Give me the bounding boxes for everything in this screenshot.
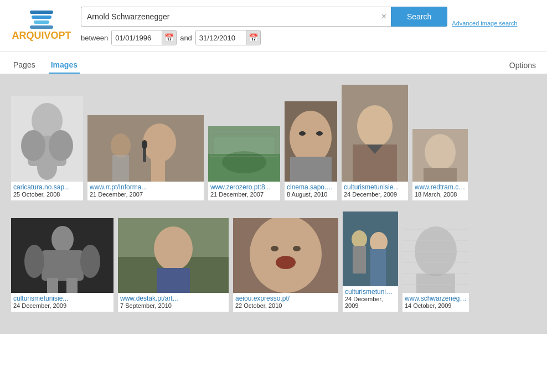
svg-rect-9 [151,159,165,182]
search-input[interactable] [81,7,391,27]
image-card[interactable]: www.zerozero.pt:8... 21 December, 2007 [208,126,280,200]
image-card[interactable]: culturismetunisie... 24 December, 2009 [343,212,398,312]
date-to-input[interactable] [196,30,246,45]
image-meta: aeiou.expresso.pt/ 22 October, 2010 [233,293,338,312]
nav-tabs: Pages Images Options [0,51,547,74]
image-date: 7 September, 2010 [120,302,226,309]
svg-point-43 [250,218,322,293]
image-date: 24 December, 2009 [13,302,111,309]
date-from-input[interactable] [112,30,162,45]
image-url: aeiou.expresso.pt/ [235,295,336,302]
date-row: between 📅 and 📅 [81,30,536,45]
tab-images[interactable]: Images [49,57,80,74]
between-label: between [81,34,108,42]
svg-rect-33 [42,250,84,281]
date-from-calendar-button[interactable]: 📅 [162,30,176,45]
and-label: and [180,34,192,42]
image-date: 21 December, 2007 [210,191,278,198]
image-date: 25 October, 2008 [13,191,81,198]
image-meta: culturismetunisie... 24 December, 2009 [343,286,398,312]
svg-rect-36 [47,278,58,293]
svg-rect-18 [214,137,275,154]
svg-rect-30 [424,168,457,182]
image-url: www.redtram.com/c... [415,183,466,191]
date-to-wrapper: 📅 [195,30,261,45]
image-url: culturismetunisie... [344,183,406,191]
svg-point-22 [299,131,306,136]
image-card[interactable]: cinema.sapo.pt/ma... 8 August, 2010 [285,101,337,200]
date-to-calendar-button[interactable]: 📅 [246,30,260,45]
image-url: www.zerozero.pt:8... [210,183,278,191]
advanced-image-search-link[interactable]: Advanced image search [452,20,517,27]
image-meta: culturismetunisie... 24 December, 2009 [342,182,408,200]
svg-point-48 [352,230,367,248]
image-card[interactable]: caricatura.no.sap... 25 October, 2008 [11,96,83,200]
image-meta: caricatura.no.sap... 25 October, 2008 [11,182,83,200]
image-card[interactable]: www.destak.pt/art... 7 September, 2010 [118,218,229,312]
svg-rect-51 [370,249,386,286]
svg-point-4 [49,130,73,161]
image-date: 8 August, 2010 [287,191,335,198]
image-meta: cinema.sapo.pt/ma... 8 August, 2010 [285,182,337,200]
image-meta: www.zerozero.pt:8... 21 December, 2007 [208,182,280,200]
image-url: caricatura.no.sap... [13,183,81,191]
image-date: 24 December, 2009 [345,296,396,309]
image-card[interactable]: www.redtram.com/c... 18 March, 2008 [412,129,468,200]
svg-point-12 [111,133,131,158]
clear-button[interactable]: × [381,12,386,21]
svg-point-5 [37,156,57,180]
svg-rect-37 [66,278,78,293]
image-card[interactable]: aeiou.expresso.pt/ 22 October, 2010 [233,218,338,312]
svg-point-11 [142,140,147,149]
svg-point-34 [24,245,44,278]
image-row-1: caricatura.no.sap... 25 October, 2008 [11,85,536,200]
date-from-wrapper: 📅 [111,30,177,45]
image-date: 21 December, 2007 [90,191,202,198]
svg-point-45 [293,246,301,251]
options-link[interactable]: Options [509,61,536,70]
image-url: www.rr.pt/Informa... [90,183,202,191]
tab-pages[interactable]: Pages [11,57,38,74]
image-card[interactable]: www.schwarzenegge... 14 October, 2009 [402,218,469,312]
search-input-wrapper: × [81,7,391,27]
svg-rect-13 [112,155,129,182]
image-meta: www.redtram.com/c... 18 March, 2008 [412,182,468,200]
svg-point-50 [370,232,388,252]
image-date: 18 March, 2008 [415,191,466,198]
image-date: 24 December, 2009 [344,191,406,198]
search-area: × Search Advanced image search between 📅… [81,7,536,45]
svg-point-20 [290,111,332,164]
image-card[interactable]: culturismetunisie... 24 December, 2009 [11,218,113,312]
svg-rect-21 [290,157,332,182]
image-row-2: culturismetunisie... 24 December, 2009 w… [11,212,536,312]
image-url: www.schwarzenegge... [405,295,467,302]
image-meta: culturismetunisie... 24 December, 2009 [11,293,113,312]
image-meta: www.destak.pt/art... 7 September, 2010 [118,293,229,312]
results-area: caricatura.no.sap... 25 October, 2008 [0,74,547,334]
svg-point-46 [276,256,296,269]
search-button[interactable]: Search [391,7,447,27]
search-row: × Search Advanced image search [81,7,536,27]
svg-point-44 [271,246,278,251]
header: ARQUIVOPT × Search Advanced image search… [0,0,547,51]
image-card[interactable]: www.rr.pt/Informa... 21 December, 2007 [87,115,204,200]
svg-point-8 [143,123,176,162]
svg-point-23 [316,131,323,136]
logo-area[interactable]: ARQUIVOPT [11,11,72,42]
image-date: 22 October, 2010 [235,302,336,309]
svg-point-40 [154,226,193,271]
svg-point-32 [51,226,74,252]
header-top: ARQUIVOPT × Search Advanced image search… [11,7,536,45]
image-meta: www.schwarzenegge... 14 October, 2009 [402,293,469,312]
logo-text: ARQUIVOPT [12,30,71,42]
svg-rect-41 [157,268,190,293]
logo-icon [30,11,53,29]
image-card[interactable]: culturismetunisie... 24 December, 2009 [342,85,408,200]
svg-point-3 [21,130,45,161]
svg-point-25 [357,105,393,147]
image-meta: www.rr.pt/Informa... 21 December, 2007 [87,182,204,200]
image-url: culturismetunisie... [345,288,396,296]
svg-point-16 [222,151,266,173]
tabs-left: Pages Images [11,57,80,74]
svg-point-35 [80,245,100,278]
